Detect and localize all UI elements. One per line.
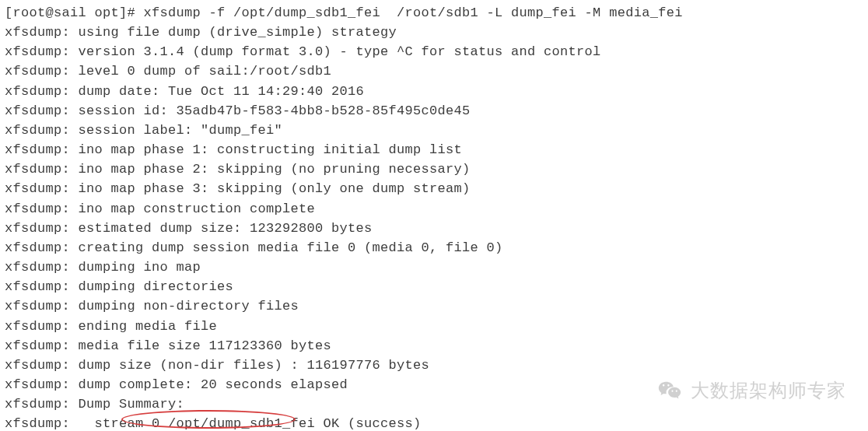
terminal-line: xfsdump: Dump Summary: — [5, 394, 863, 414]
terminal-line: xfsdump: ino map phase 1: constructing i… — [5, 140, 863, 159]
terminal-line: xfsdump: media file size 117123360 bytes — [5, 336, 863, 356]
shell-prompt: [root@sail opt]# — [5, 5, 144, 20]
terminal-line: xfsdump: version 3.1.4 (dump format 3.0)… — [5, 42, 863, 61]
terminal-line: xfsdump: dumping ino map — [5, 258, 863, 277]
terminal-line: xfsdump: ino map phase 2: skipping (no p… — [5, 159, 863, 179]
terminal-line: xfsdump: dump complete: 20 seconds elaps… — [5, 375, 863, 394]
terminal-output: [root@sail opt]# xfsdump -f /opt/dump_sd… — [5, 3, 863, 431]
terminal-line: xfsdump: ino map phase 3: skipping (only… — [5, 179, 863, 198]
terminal-line: xfsdump: level 0 dump of sail:/root/sdb1 — [5, 61, 863, 81]
terminal-line: xfsdump: session label: "dump_fei" — [5, 121, 863, 140]
terminal-line: xfsdump: estimated dump size: 123292800 … — [5, 219, 863, 238]
terminal-line: xfsdump: using file dump (drive_simple) … — [5, 23, 863, 42]
terminal-line: xfsdump: dump size (non-dir files) : 116… — [5, 356, 863, 375]
terminal-line: xfsdump: stream 0 /opt/dump_sdb1_fei OK … — [5, 414, 863, 431]
terminal-line: xfsdump: ino map construction complete — [5, 199, 863, 219]
terminal-line: xfsdump: session id: 35adb47b-f583-4bb8-… — [5, 101, 863, 121]
terminal-line: xfsdump: dumping directories — [5, 277, 863, 296]
typed-command: xfsdump -f /opt/dump_sdb1_fei /root/sdb1… — [144, 5, 683, 20]
terminal-line: xfsdump: dump date: Tue Oct 11 14:29:40 … — [5, 82, 863, 101]
terminal-line: xfsdump: dumping non-directory files — [5, 296, 863, 316]
terminal-line: xfsdump: ending media file — [5, 317, 863, 336]
terminal-line-command: [root@sail opt]# xfsdump -f /opt/dump_sd… — [5, 3, 863, 23]
terminal-line: xfsdump: creating dump session media fil… — [5, 238, 863, 258]
